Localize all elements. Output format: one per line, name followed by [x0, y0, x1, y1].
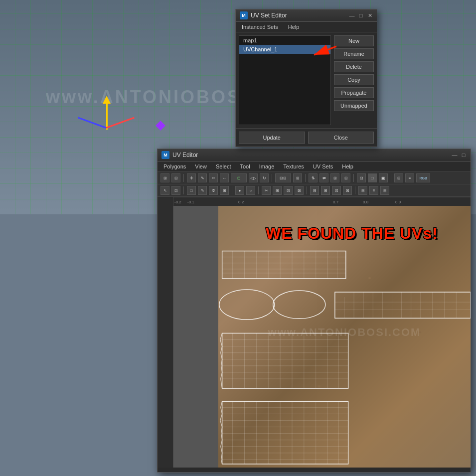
menu-select[interactable]: Select: [214, 162, 233, 170]
transform-gizmo: [97, 100, 117, 140]
uv-bottom-ruler: -0.2 -0.1 0.2 0.7 0.8 0.9: [173, 197, 471, 206]
tb-split-btn[interactable]: ✂: [209, 173, 218, 182]
tb2-dist-btn[interactable]: ⊞: [321, 186, 330, 195]
svg-point-17: [219, 290, 275, 319]
uv-set-editor-titlebar[interactable]: M UV Set Editor — □ ✕: [236, 9, 377, 22]
tb2-sel2-btn[interactable]: ⊡: [171, 186, 180, 195]
red-arrow-annotation: [309, 44, 339, 59]
toolbar-separator-4: [353, 174, 354, 182]
maximize-button[interactable]: □: [358, 12, 364, 18]
tb-grid2-btn[interactable]: ⊟: [171, 173, 180, 182]
minimize-button[interactable]: —: [349, 12, 355, 18]
tb2-stack-btn[interactable]: ⊡: [332, 186, 341, 195]
uv-outside-area: [173, 197, 218, 468]
uv-editor-titlebar[interactable]: M UV Editor — □: [158, 149, 471, 161]
ruler-mark-02n: -0.2: [174, 200, 181, 204]
delete-button[interactable]: Delete: [334, 61, 374, 72]
tb2-unpin-btn[interactable]: ○: [246, 186, 255, 195]
tb-grid3-btn[interactable]: ≡: [405, 173, 414, 182]
svg-rect-34: [222, 333, 348, 389]
uv-editor-maximize[interactable]: □: [461, 152, 467, 158]
tb-snap-btn[interactable]: ⊡: [357, 173, 366, 182]
tb2-rect-btn[interactable]: □: [187, 186, 196, 195]
menu-instanced-sets[interactable]: Instanced Sets: [240, 23, 280, 31]
menu-image[interactable]: Image: [257, 162, 277, 170]
tb2-align-btn[interactable]: ⊟: [310, 186, 319, 195]
tb-pen-btn[interactable]: ✎: [198, 173, 207, 182]
uv-editor-footer: Update Close: [236, 128, 377, 147]
tb2-checker-btn[interactable]: ⊞: [358, 186, 367, 195]
uv-set-editor-menubar: Instanced Sets Help: [236, 22, 377, 32]
toolbar2-separator-4: [307, 186, 307, 194]
toolbar-separator-5: [391, 174, 391, 182]
ruler-mark-01n: -0.1: [187, 200, 194, 204]
ruler-mark-07p: 0.7: [333, 200, 338, 204]
tb-stitch-btn[interactable]: ↔: [220, 173, 229, 182]
tb-rgb-btn[interactable]: RGB: [416, 173, 430, 182]
uv-editor-minimize[interactable]: —: [452, 152, 458, 158]
uv-editor-maya-logo: M: [161, 151, 169, 159]
menu-view[interactable]: View: [193, 162, 209, 170]
menu-editor-help[interactable]: Help: [340, 162, 355, 170]
tb2-move2-btn[interactable]: ⊡: [284, 186, 293, 195]
new-button[interactable]: New: [334, 35, 374, 46]
tb2-tweak-btn[interactable]: ✲: [209, 186, 218, 195]
uv-editor-menubar: Polygons View Select Tool Image Textures…: [158, 161, 471, 172]
uv-canvas[interactable]: www.ANTONIOBOSI.COM WE FOUND THE UVs!: [173, 197, 471, 468]
tb-rotate-btn[interactable]: ↻: [260, 173, 269, 182]
svg-point-18: [273, 291, 325, 318]
menu-tool[interactable]: Tool: [238, 162, 252, 170]
menu-uv-sets[interactable]: UV Sets: [311, 162, 335, 170]
uv-texture-display: www.ANTONIOBOSI.COM WE FOUND THE UVs!: [218, 197, 471, 468]
tb-checker-btn[interactable]: □: [368, 173, 377, 182]
tb-dots-btn[interactable]: ⊞: [394, 173, 403, 182]
toolbar-separator-3: [305, 174, 306, 182]
uv-editor-window: M UV Editor — □ Polygons View Select Too…: [157, 149, 471, 473]
tb-render-btn[interactable]: ▣: [379, 173, 388, 182]
uv-set-content: map1 UVChannel_1 New Rename Delete Copy …: [236, 32, 377, 128]
tb-distribute-btn[interactable]: ⊞: [293, 173, 302, 182]
toolbar2-separator-3: [258, 186, 259, 194]
tb-flip-btn[interactable]: ◁▷: [249, 173, 258, 182]
menu-textures[interactable]: Textures: [281, 162, 306, 170]
update-button[interactable]: Update: [239, 132, 305, 144]
tb-layout-btn[interactable]: ⊟⊟: [275, 173, 291, 182]
window-controls: — □ ✕: [349, 12, 373, 18]
propagate-button[interactable]: Propagate: [334, 87, 374, 98]
tb-align-v-btn[interactable]: ⇅: [309, 173, 317, 182]
uv-toolbar-2: ↖ ⊡ □ ✎ ✲ ⊞ ● ○ ✂ ⊞ ⊡ ⊠ ⊟ ⊞ ⊡ ⊠ ⊞ ≡ ⊟: [158, 184, 471, 197]
toolbar-separator-1: [183, 174, 184, 182]
menu-help[interactable]: Help: [286, 23, 302, 31]
ruler-mark-09p: 0.9: [395, 200, 401, 204]
tb2-pin-btn[interactable]: ●: [235, 186, 244, 195]
ruler-mark-02p: 0.2: [238, 200, 244, 204]
menu-polygons[interactable]: Polygons: [161, 162, 188, 170]
tb-move-btn[interactable]: ✛: [187, 173, 196, 182]
tb2-sew-btn[interactable]: ⊞: [273, 186, 282, 195]
tb2-sel-btn[interactable]: ↖: [160, 186, 169, 195]
rename-button[interactable]: Rename: [334, 48, 374, 59]
copy-button[interactable]: Copy: [334, 74, 374, 85]
tb2-dots2-btn[interactable]: ≡: [369, 186, 378, 195]
unmapped-button[interactable]: Unmapped: [334, 100, 374, 111]
tb2-scale-btn[interactable]: ⊠: [295, 186, 304, 195]
close-footer-button[interactable]: Close: [308, 132, 374, 144]
found-uvs-label: WE FOUND THE UVs!: [266, 224, 438, 243]
tb-align-h-btn[interactable]: ⇄: [319, 173, 328, 182]
uv-set-editor-title: UV Set Editor: [251, 12, 287, 19]
toolbar2-separator-2: [232, 186, 232, 194]
tb-mirror-btn[interactable]: ⊞: [330, 173, 339, 182]
tb2-dots3-btn[interactable]: ⊟: [380, 186, 389, 195]
tb-stack-btn[interactable]: ⊟: [341, 173, 350, 182]
close-button[interactable]: ✕: [367, 12, 373, 18]
uv-set-editor-window: M UV Set Editor — □ ✕ Instanced Sets Hel…: [235, 9, 377, 147]
toolbar-separator-2: [272, 174, 272, 182]
uv-editor-window-controls: — □: [452, 152, 467, 158]
tb2-paint-btn[interactable]: ✎: [198, 186, 207, 195]
tb-grid-btn[interactable]: ⊞: [160, 173, 169, 182]
tb2-cut-btn[interactable]: ✂: [262, 186, 271, 195]
tb2-unstack-btn[interactable]: ⊠: [343, 186, 352, 195]
uv-toolbar-1: ⊞ ⊟ ✛ ✎ ✂ ↔ ⊡ ◁▷ ↻ ⊟⊟ ⊞ ⇅ ⇄ ⊞ ⊟ ⊡ □ ▣ ⊞ …: [158, 172, 471, 184]
tb2-relax-btn[interactable]: ⊞: [220, 186, 229, 195]
tb-unfold-btn[interactable]: ⊡: [231, 173, 247, 182]
